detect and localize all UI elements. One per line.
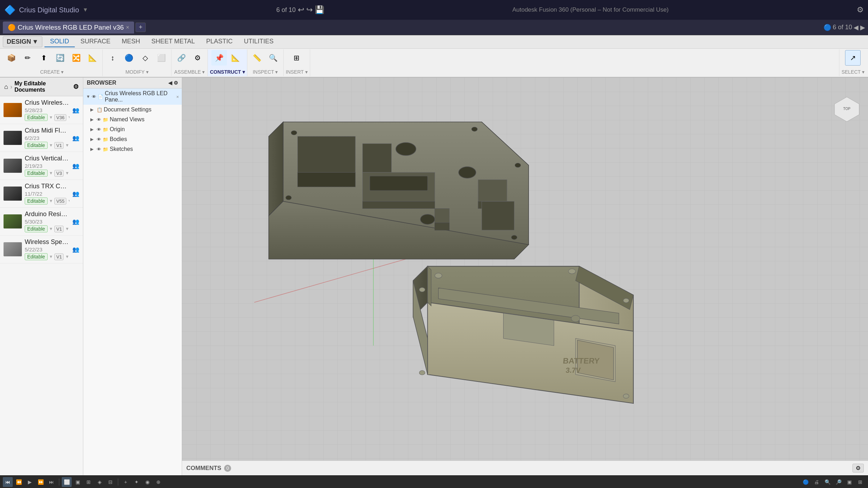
shell-button[interactable]: ⬜ [153, 50, 169, 66]
browser-item-close-icon[interactable]: × [176, 94, 179, 99]
bottom-icon-pause[interactable]: ▶ [25, 477, 35, 487]
insert-label: INSERT ▾ [286, 69, 308, 75]
select-button[interactable]: ↗ [845, 50, 861, 66]
version-dropdown-0[interactable]: ▼ [68, 115, 70, 120]
redo-button[interactable]: ↪ [306, 5, 313, 14]
browser-item-named-views[interactable]: ▶ 👁 📁 Named Views [83, 115, 182, 124]
zoom-in-icon[interactable]: 🔎 [833, 477, 843, 487]
badge-version-3: V55 [54, 198, 66, 205]
bottom-toolbar-2[interactable]: ▣ [73, 477, 83, 487]
display-icon[interactable]: ▣ [844, 477, 854, 487]
badge-dropdown-4[interactable]: ▼ [49, 226, 53, 231]
badge-dropdown-5[interactable]: ▼ [49, 254, 53, 259]
settings-button[interactable]: ⚙ [857, 5, 864, 14]
bottom-toolbar-9[interactable]: ⊕ [153, 477, 163, 487]
joint-button[interactable]: 🔗 [174, 50, 189, 66]
studio-label[interactable]: Crius Digital Studio [19, 6, 79, 14]
navigation-cube[interactable]: TOP [833, 95, 861, 123]
viewport[interactable]: BATTERY 3.7V COMMENTS 0 ⚙ TOP [182, 78, 868, 475]
browser-item-sketches[interactable]: ▶ 👁 📁 Sketches [83, 144, 182, 154]
bottom-icon-end[interactable]: ⏭ [47, 477, 56, 487]
svg-point-36 [623, 394, 629, 398]
plane-at-angle-button[interactable]: 📐 [228, 50, 243, 66]
revolve-button[interactable]: 🔄 [52, 50, 68, 66]
project-thumb-3 [4, 187, 22, 201]
bottom-toolbar-7[interactable]: ✦ [132, 477, 141, 487]
tab-active[interactable]: 🟠 Crius Wireless RGB LED Panel v36 × [3, 22, 134, 33]
badge-dropdown-2[interactable]: ▼ [49, 171, 53, 176]
bottom-icon-prev[interactable]: ⏪ [14, 477, 24, 487]
status-icon-2[interactable]: 🖨 [812, 477, 821, 487]
project-item-5[interactable]: Wireless Speakers Case 5/22/23 Editable … [0, 236, 83, 263]
section-analysis-button[interactable]: 🔍 [266, 50, 281, 66]
tab-close-icon[interactable]: × [126, 24, 129, 31]
home-icon[interactable]: ⌂ [4, 83, 8, 91]
browser-item-origin[interactable]: ▶ 👁 📁 Origin [83, 124, 182, 134]
extrude-button[interactable]: ⬆ [36, 50, 52, 66]
comments-settings-button[interactable]: ⚙ [852, 464, 864, 472]
measure-button[interactable]: 📏 [249, 50, 265, 66]
tab-mesh[interactable]: MESH [116, 36, 146, 47]
project-info-4: Arduino Resistor tester CASE 5/30/23 Edi… [25, 211, 70, 232]
bottom-toolbar-1[interactable]: ⬜ [62, 477, 72, 487]
tab-utilities[interactable]: UTILITIES [238, 36, 279, 47]
browser-settings-icon[interactable]: ⚙ [174, 80, 178, 86]
undo-button[interactable]: ↩ [298, 5, 304, 14]
zoom-out-icon[interactable]: 🔍 [822, 477, 832, 487]
svg-point-37 [419, 371, 425, 375]
project-item-4[interactable]: Arduino Resistor tester CASE 5/30/23 Edi… [0, 208, 83, 236]
bottom-toolbar-4[interactable]: ◈ [95, 477, 104, 487]
loft-button[interactable]: 📐 [85, 50, 100, 66]
project-item-0[interactable]: Crius Wireless RGB LED Panel 5/28/23 Edi… [0, 96, 83, 124]
badge-dropdown-0[interactable]: ▼ [49, 115, 53, 120]
status-icon-1[interactable]: 🔵 [801, 477, 810, 487]
new-component-button[interactable]: 📦 [4, 50, 19, 66]
bottom-toolbar-5[interactable]: ⊟ [106, 477, 115, 487]
tab-plastic[interactable]: PLASTIC [200, 36, 238, 47]
joint-origin-button[interactable]: ⚙ [190, 50, 205, 66]
svg-point-13 [420, 214, 435, 225]
chamfer-button[interactable]: ◇ [137, 50, 153, 66]
insert-button[interactable]: ⊞ [289, 50, 305, 66]
project-item-1[interactable]: Crius Midi Flute June 2023 6/2/23 Editab… [0, 124, 83, 152]
project-thumb-5 [4, 242, 22, 256]
tab-surface[interactable]: SURFACE [75, 36, 116, 47]
design-dropdown[interactable]: DESIGN ▼ [3, 36, 42, 47]
tab-sheet-metal[interactable]: SHEET METAL [146, 36, 200, 47]
bottom-toolbar-8[interactable]: ◉ [143, 477, 152, 487]
new-tab-button[interactable]: + [135, 23, 146, 32]
sweep-button[interactable]: 🔀 [68, 50, 84, 66]
badge-dropdown-1[interactable]: ▼ [49, 143, 53, 148]
version-dropdown-5[interactable]: ▼ [65, 254, 69, 259]
press-pull-button[interactable]: ↕ [105, 50, 120, 66]
version-dropdown-3[interactable]: ▼ [68, 199, 70, 203]
create-label: CREATE ▾ [40, 69, 64, 75]
version-dropdown-2[interactable]: ▼ [65, 171, 69, 176]
project-item-2[interactable]: Crius Vertical Infinity - MIDI Controlle… [0, 152, 83, 180]
offset-plane-button[interactable]: 📌 [211, 50, 227, 66]
bottom-toolbar-6[interactable]: + [121, 477, 131, 487]
tab-solid[interactable]: SOLID [44, 36, 75, 47]
bottom-toolbar-3[interactable]: ⊞ [84, 477, 94, 487]
project-item-3[interactable]: Crius TRX Control v1.0 11/7/22 Editable … [0, 180, 83, 208]
browser-item-doc-settings[interactable]: ▶ 📋 Document Settings [83, 105, 182, 115]
browser-item-root[interactable]: ▼ 👁 📄 Crius Wireless RGB LED Pane... × [83, 89, 182, 105]
bottom-icon-next[interactable]: ⏩ [36, 477, 46, 487]
browser-collapse-icon[interactable]: ◀ [168, 80, 172, 86]
version-dropdown-1[interactable]: ▼ [65, 143, 69, 148]
folder-icon-bodies: 📁 [103, 137, 108, 142]
badge-dropdown-3[interactable]: ▼ [49, 199, 53, 203]
version-dropdown-4[interactable]: ▼ [65, 226, 69, 231]
create-sketch-button[interactable]: ✏ [20, 50, 35, 66]
sidebar-settings-icon[interactable]: ⚙ [73, 83, 79, 91]
grid-icon[interactable]: ⊞ [855, 477, 865, 487]
svg-point-16 [515, 163, 520, 167]
browser-title: BROWSER [87, 80, 116, 86]
save-button[interactable]: 💾 [315, 5, 324, 14]
svg-point-33 [435, 273, 442, 278]
svg-marker-9 [363, 201, 435, 208]
svg-rect-10 [370, 176, 428, 190]
fillet-button[interactable]: 🔵 [121, 50, 137, 66]
browser-item-bodies[interactable]: ▶ 👁 📁 Bodies [83, 134, 182, 144]
bottom-icon-play[interactable]: ⏮ [3, 477, 13, 487]
